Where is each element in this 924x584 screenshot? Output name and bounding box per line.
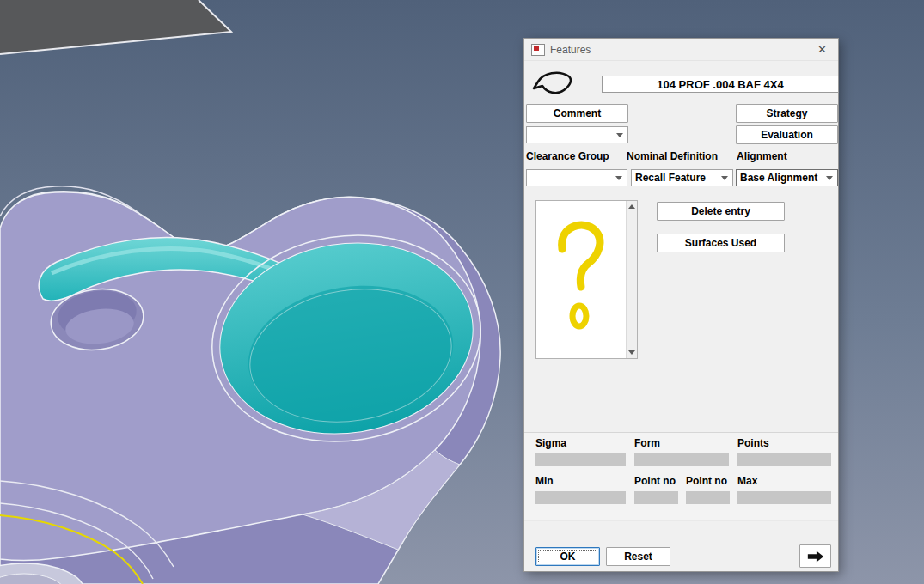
min-label: Min bbox=[535, 475, 554, 487]
form-label: Form bbox=[634, 437, 660, 449]
comment-button[interactable]: Comment bbox=[526, 104, 628, 123]
min-value-field bbox=[535, 491, 626, 504]
placeholder-question-mark bbox=[543, 215, 615, 344]
sigma-value-field bbox=[535, 453, 626, 466]
alignment-select[interactable]: Base Alignment bbox=[736, 169, 838, 186]
feature-name-field[interactable]: 104 PROF .004 BAF 4X4 bbox=[602, 76, 839, 93]
point-no-label-1: Point no bbox=[634, 475, 676, 487]
alignment-label: Alignment bbox=[737, 150, 787, 162]
close-icon[interactable]: ✕ bbox=[813, 44, 831, 55]
feature-type-icon bbox=[531, 68, 574, 102]
clearance-group-select[interactable] bbox=[526, 169, 627, 186]
evaluation-button[interactable]: Evaluation bbox=[736, 125, 838, 144]
form-value-field bbox=[634, 453, 729, 466]
application-window: Features ✕ 104 PROF .004 BAF 4X4 Comment… bbox=[0, 0, 924, 584]
chevron-down-icon bbox=[826, 176, 833, 180]
scroll-down-icon[interactable] bbox=[628, 350, 635, 355]
sigma-label: Sigma bbox=[535, 437, 566, 449]
point-no-label-2: Point no bbox=[686, 475, 727, 487]
chevron-down-icon bbox=[615, 176, 622, 180]
nominal-definition-label: Nominal Definition bbox=[627, 150, 718, 162]
point-no-value-field-1 bbox=[634, 491, 678, 504]
alignment-value: Base Alignment bbox=[737, 172, 826, 184]
delete-entry-button[interactable]: Delete entry bbox=[657, 202, 785, 221]
features-dialog-icon bbox=[531, 44, 545, 56]
nominal-definition-value: Recall Feature bbox=[632, 172, 721, 184]
points-label: Points bbox=[737, 437, 769, 449]
surfaces-used-button[interactable]: Surfaces Used bbox=[657, 234, 785, 252]
results-panel bbox=[524, 432, 838, 521]
max-label: Max bbox=[737, 475, 757, 487]
clearance-group-label: Clearance Group bbox=[526, 150, 609, 162]
reset-button[interactable]: Reset bbox=[606, 547, 670, 566]
points-value-field bbox=[737, 453, 831, 466]
ok-button[interactable]: OK bbox=[535, 547, 600, 566]
chevron-down-icon bbox=[616, 133, 623, 137]
chevron-down-icon bbox=[721, 176, 728, 180]
dialog-titlebar[interactable]: Features ✕ bbox=[524, 39, 838, 61]
features-dialog: Features ✕ 104 PROF .004 BAF 4X4 Comment… bbox=[523, 38, 839, 572]
nominal-definition-select[interactable]: Recall Feature bbox=[631, 169, 733, 186]
strategy-button[interactable]: Strategy bbox=[736, 104, 838, 123]
point-no-value-field-2 bbox=[686, 491, 730, 504]
scroll-up-icon[interactable] bbox=[628, 204, 635, 209]
right-arrow-icon bbox=[806, 550, 825, 563]
dialog-title: Features bbox=[550, 44, 808, 56]
max-value-field bbox=[737, 491, 831, 504]
feature-elements-list[interactable] bbox=[535, 200, 638, 359]
next-button[interactable] bbox=[799, 544, 831, 568]
comment-select[interactable] bbox=[526, 126, 628, 143]
list-scrollbar[interactable] bbox=[626, 201, 637, 358]
